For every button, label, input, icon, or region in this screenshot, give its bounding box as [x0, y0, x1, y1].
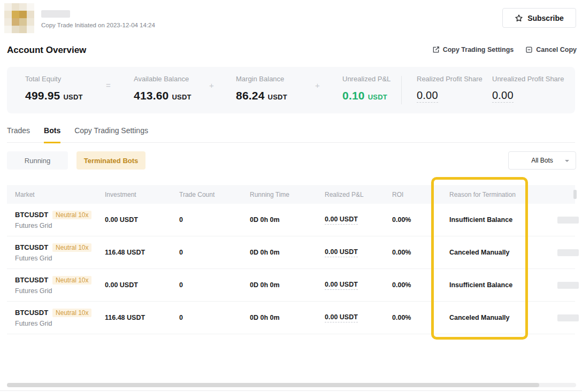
- market-cell: BTCUSDTNeutral 10x Futures Grid: [7, 211, 105, 229]
- market-symbol: BTCUSDT: [15, 309, 48, 317]
- market-cell: BTCUSDTNeutral 10x Futures Grid: [7, 309, 105, 327]
- column-header-reason-for-termination: Reason for Termination: [449, 191, 546, 198]
- main-tabs: Trades Bots Copy Trading Settings: [7, 126, 575, 143]
- plus-operator: +: [315, 81, 320, 90]
- subscribe-button[interactable]: Subscribe: [502, 8, 576, 28]
- subscribe-label: Subscribe: [527, 14, 564, 22]
- stat-label: Total Equity: [25, 75, 83, 83]
- redacted-action-button[interactable]: [557, 249, 579, 256]
- investment-cell: 116.48 USDT: [105, 314, 179, 321]
- market-cell: BTCUSDTNeutral 10x Futures Grid: [7, 276, 105, 295]
- column-header-action: [546, 185, 575, 204]
- trade-count-cell: 0: [179, 281, 250, 289]
- investment-cell: 116.48 USDT: [105, 249, 179, 256]
- stat-available-balance: Available Balance 413.60 USDT: [134, 75, 192, 102]
- reason-cell: Insufficient Balance: [449, 281, 546, 289]
- stat-value: 0.10: [342, 89, 365, 102]
- column-header-roi: ROI: [392, 191, 449, 198]
- leverage-badge: Neutral 10x: [52, 309, 91, 317]
- investment-cell: 0.00 USDT: [105, 216, 179, 224]
- filter-running-button[interactable]: Running: [7, 151, 68, 170]
- stat-realized-profit-share: Realized Profit Share 0.00: [417, 75, 483, 102]
- investment-cell: 0.00 USDT: [105, 281, 179, 289]
- minus-square-icon: [525, 46, 533, 53]
- tab-copy-trading-settings[interactable]: Copy Trading Settings: [74, 126, 148, 142]
- stat-unrealized-profit-share: Unrealized Profit Share 0.00: [492, 75, 564, 102]
- reason-cell: Canceled Manually: [449, 249, 546, 256]
- stat-value: 0.00: [492, 89, 514, 103]
- table-row[interactable]: BTCUSDTNeutral 10x Futures Grid 0.00 USD…: [7, 204, 575, 236]
- table-row[interactable]: BTCUSDTNeutral 10x Futures Grid 0.00 USD…: [7, 269, 575, 302]
- roi-cell: 0.00%: [392, 314, 449, 321]
- overview-actions: Copy Trading Settings Cancel Copy: [432, 46, 577, 53]
- column-header-investment: Investment: [105, 191, 179, 198]
- trade-count-cell: 0: [179, 249, 250, 256]
- stat-unrealized-pnl: Unrealized P&L 0.10 USDT: [342, 75, 390, 102]
- equals-operator: =: [106, 81, 111, 90]
- stat-label: Margin Balance: [236, 75, 287, 83]
- leverage-badge: Neutral 10x: [52, 211, 91, 219]
- horizontal-scrollbar-thumb[interactable]: [7, 383, 539, 387]
- roi-cell: 0.00%: [392, 216, 449, 224]
- table-row[interactable]: BTCUSDTNeutral 10x Futures Grid 116.48 U…: [7, 236, 575, 269]
- stat-value: 0.00: [417, 89, 438, 103]
- stat-unit: USDT: [268, 93, 287, 101]
- copy-trading-settings-button[interactable]: Copy Trading Settings: [432, 46, 514, 53]
- copy-trading-page: Copy Trade Initiated on 2023-12-04 14:24…: [0, 0, 582, 392]
- column-header-trade-count: Trade Count: [179, 191, 250, 198]
- realized-pnl-cell: 0.00 USDT: [325, 313, 358, 322]
- roi-cell: 0.00%: [392, 249, 449, 256]
- chevron-down-icon: [565, 160, 569, 162]
- redacted-action-button[interactable]: [557, 217, 579, 224]
- cancel-copy-label: Cancel Copy: [536, 46, 577, 53]
- table-row[interactable]: BTCUSDTNeutral 10x Futures Grid 116.48 U…: [7, 302, 575, 334]
- action-cell: [546, 269, 575, 301]
- stat-unit: USDT: [172, 93, 191, 101]
- cancel-copy-button[interactable]: Cancel Copy: [525, 46, 577, 53]
- bot-type: Futures Grid: [15, 287, 105, 295]
- bot-type: Futures Grid: [15, 222, 105, 229]
- page-title: Account Overview: [7, 45, 86, 56]
- market-symbol: BTCUSDT: [15, 243, 48, 251]
- stat-total-equity: Total Equity 499.95 USDT: [25, 75, 83, 102]
- column-header-market: Market: [7, 191, 105, 198]
- market-symbol: BTCUSDT: [15, 276, 48, 284]
- reason-cell: Canceled Manually: [449, 314, 546, 321]
- action-cell: [546, 236, 575, 268]
- tab-trades[interactable]: Trades: [7, 126, 30, 142]
- copy-trading-settings-label: Copy Trading Settings: [443, 46, 514, 53]
- trade-count-cell: 0: [179, 216, 250, 224]
- stat-label: Realized Profit Share: [417, 75, 483, 83]
- stat-value: 86.24: [236, 89, 265, 102]
- leverage-badge: Neutral 10x: [52, 276, 91, 285]
- leverage-badge: Neutral 10x: [52, 243, 91, 252]
- stat-label: Unrealized Profit Share: [492, 75, 564, 83]
- stat-unit: USDT: [368, 93, 387, 101]
- tab-bots[interactable]: Bots: [44, 126, 60, 143]
- redacted-fragment: [573, 190, 577, 199]
- stat-value: 413.60: [134, 89, 169, 102]
- all-bots-dropdown-value: All Bots: [531, 157, 553, 164]
- filter-terminated-bots-button[interactable]: Terminated Bots: [76, 151, 146, 170]
- stat-label: Unrealized P&L: [342, 75, 390, 83]
- stat-margin-balance: Margin Balance 86.24 USDT: [236, 75, 287, 102]
- trade-count-cell: 0: [179, 314, 250, 321]
- stats-divider: [401, 76, 402, 104]
- market-symbol: BTCUSDT: [15, 211, 48, 219]
- redacted-action-button[interactable]: [557, 314, 579, 321]
- running-time-cell: 0D 0h 0m: [250, 281, 325, 289]
- market-cell: BTCUSDTNeutral 10x Futures Grid: [7, 243, 105, 262]
- running-time-cell: 0D 0h 0m: [250, 249, 325, 256]
- column-header-realized-pnl: Realized P&L: [325, 191, 392, 198]
- trader-avatar: [4, 3, 34, 33]
- stat-unit: USDT: [63, 93, 82, 101]
- action-cell: [546, 204, 575, 236]
- running-time-cell: 0D 0h 0m: [250, 216, 325, 224]
- account-stats-bar: Total Equity 499.95 USDT = Available Bal…: [7, 67, 575, 113]
- redacted-action-button[interactable]: [557, 282, 579, 289]
- action-cell: [546, 302, 575, 334]
- all-bots-dropdown[interactable]: All Bots: [508, 151, 576, 170]
- column-header-running-time: Running Time: [250, 191, 325, 198]
- redacted-username: [41, 10, 70, 18]
- terminated-bots-table: Market Investment Trade Count Running Ti…: [7, 185, 575, 334]
